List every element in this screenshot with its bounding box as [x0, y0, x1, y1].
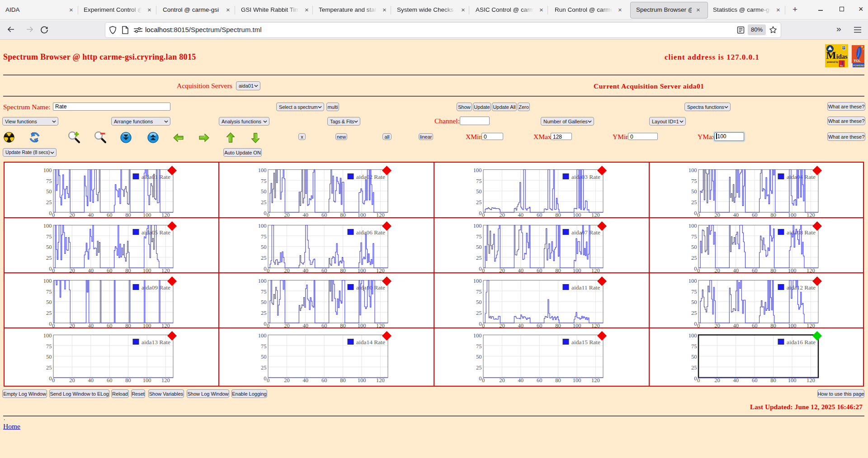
- svg-text:TCL: TCL: [840, 65, 843, 67]
- svg-text:POWERED: POWERED: [853, 64, 865, 67]
- svg-text:TCL: TCL: [854, 59, 861, 63]
- svg-text:powered by: powered by: [827, 61, 839, 63]
